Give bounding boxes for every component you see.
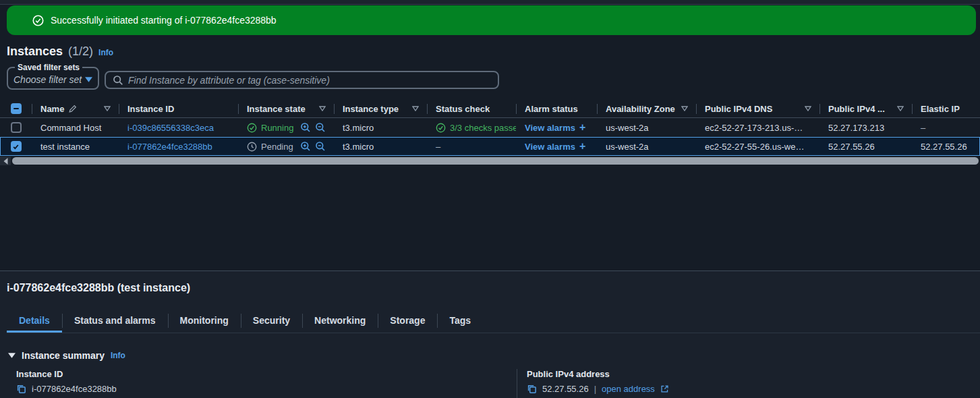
column-label-instance-type: Instance type	[343, 104, 399, 114]
instance-summary-heading: Instance summary	[22, 350, 105, 361]
sort-caret-icon[interactable]	[104, 106, 111, 111]
external-link-icon[interactable]	[660, 385, 669, 393]
top-nav-edge	[0, 0, 980, 5]
header-cell-instance-state[interactable]: Instance state	[238, 100, 334, 117]
instance-id-link[interactable]: i-077862e4fce3288bb	[127, 142, 212, 152]
sort-caret-icon[interactable]	[805, 106, 811, 111]
choose-filter-set-select[interactable]: Choose filter set	[13, 73, 92, 86]
instance-summary-toggle[interactable]: Instance summary Info	[8, 350, 973, 361]
instance-name: Command Host	[40, 123, 101, 133]
column-label-alarm-status: Alarm status	[525, 104, 578, 114]
instance-id-label: Instance ID	[16, 369, 517, 379]
search-icon	[113, 75, 123, 86]
horizontal-scrollbar[interactable]	[0, 157, 980, 165]
sort-caret-icon[interactable]	[681, 106, 688, 111]
tab-tags[interactable]: Tags	[437, 310, 483, 333]
instance-id-link[interactable]: i-039c86556338c3eca	[127, 123, 214, 133]
header-cell-name[interactable]: Name	[32, 100, 119, 117]
tab-details[interactable]: Details	[7, 310, 62, 333]
instance-search-box[interactable]	[105, 71, 499, 89]
sort-caret-icon[interactable]	[319, 106, 326, 111]
state-running-icon	[247, 123, 257, 133]
open-address-link[interactable]: open address	[602, 384, 655, 394]
zoom-out-icon[interactable]	[315, 122, 326, 133]
sort-caret-icon[interactable]	[897, 106, 904, 111]
scrollbar-thumb[interactable]	[12, 157, 979, 165]
tab-status-and-alarms[interactable]: Status and alarms	[62, 310, 168, 333]
indeterminate-mark	[13, 108, 19, 110]
table-row-command-host: Command Host i-039c86556338c3eca Running…	[0, 118, 980, 137]
state-pending-icon	[247, 142, 257, 152]
availability-zone: us-west-2a	[606, 123, 649, 133]
instance-state-text: Pending	[261, 142, 293, 152]
column-label-instance-state: Instance state	[247, 104, 306, 114]
filter-row: Saved filter sets Choose filter set	[7, 63, 973, 90]
header-cell-elastic-ip[interactable]: Elastic IP	[912, 100, 980, 117]
header-cell-public-ipv4[interactable]: Public IPv4 ...	[819, 100, 912, 117]
add-alarm-plus-icon[interactable]: +	[579, 121, 585, 134]
header-cell-instance-id[interactable]: Instance ID	[119, 100, 238, 117]
check-circle-icon	[32, 15, 44, 26]
sort-caret-icon[interactable]	[412, 106, 419, 111]
header-cell-availability-zone[interactable]: Availability Zone	[597, 100, 696, 117]
instance-name: test instance	[40, 142, 90, 152]
instance-type: t3.micro	[343, 123, 374, 133]
table-row-test-instance: test instance i-077862e4fce3288bb Pendin…	[0, 137, 980, 156]
collapse-triangle-icon	[8, 353, 16, 358]
flashbar: Successfully initiated starting of i-077…	[0, 5, 980, 35]
row-checkbox[interactable]	[11, 141, 22, 152]
tab-storage[interactable]: Storage	[378, 310, 437, 333]
value-separator: |	[594, 384, 596, 394]
header-cell-status-check[interactable]: Status check	[427, 100, 516, 117]
column-label-instance-id: Instance ID	[127, 104, 174, 114]
public-ipv4-label: Public IPv4 address	[527, 369, 980, 379]
tab-monitoring[interactable]: Monitoring	[168, 310, 241, 333]
tab-security[interactable]: Security	[241, 310, 302, 333]
column-label-availability-zone: Availability Zone	[606, 104, 675, 114]
add-alarm-plus-icon[interactable]: +	[579, 140, 585, 152]
public-ipv4-address: 52.27.173.213	[828, 123, 884, 133]
header-cell-public-ipv4-dns[interactable]: Public IPv4 DNS	[696, 100, 819, 117]
header-cell-instance-type[interactable]: Instance type	[334, 100, 427, 117]
header-cell-alarm-status[interactable]: Alarm status	[516, 100, 597, 117]
tab-networking[interactable]: Networking	[302, 310, 378, 333]
zoom-out-icon[interactable]	[315, 141, 326, 152]
view-alarms-link[interactable]: View alarms	[525, 123, 575, 133]
column-label-public-ipv4: Public IPv4 ...	[828, 104, 885, 114]
public-ipv4-dns: ec2-52-27-55-26.us-we…	[705, 142, 804, 152]
instance-type: t3.micro	[343, 142, 374, 152]
view-alarms-link[interactable]: View alarms	[525, 142, 575, 152]
table-header-row: Name Instance ID Instance state Instance…	[0, 100, 980, 118]
instance-state-text: Running	[261, 123, 293, 133]
choose-filter-set-value: Choose filter set	[13, 74, 82, 85]
public-ipv4-address: 52.27.55.26	[828, 142, 875, 152]
page-header: Instances (1/2) Info	[7, 45, 973, 59]
pencil-icon	[68, 104, 78, 113]
public-ipv4-value: 52.27.55.26	[542, 384, 589, 394]
zoom-in-icon[interactable]	[300, 122, 311, 133]
instances-info-link[interactable]: Info	[98, 48, 113, 57]
elastic-ip: 52.27.55.26	[921, 142, 967, 152]
copy-icon[interactable]	[16, 384, 26, 394]
search-input[interactable]	[128, 75, 491, 86]
instance-summary-info-link[interactable]: Info	[111, 351, 125, 360]
scroll-left-arrow-icon[interactable]	[0, 157, 11, 165]
instance-detail-panel: i-077862e4fce3288bb (test instance) Deta…	[0, 271, 980, 398]
status-check-text: –	[436, 142, 440, 152]
select-all-checkbox[interactable]	[11, 103, 22, 114]
status-check-text: 3/3 checks passed	[450, 123, 516, 133]
instance-count: (1/2)	[68, 45, 93, 59]
detail-tabs: Details Status and alarms Monitoring Sec…	[7, 310, 980, 333]
caret-down-icon	[85, 77, 92, 82]
saved-filter-sets-field: Saved filter sets Choose filter set	[7, 63, 99, 90]
availability-zone: us-west-2a	[606, 142, 649, 152]
row-checkbox[interactable]	[11, 122, 22, 133]
detail-panel-title: i-077862e4fce3288bb (test instance)	[7, 282, 973, 294]
field-instance-id: Instance ID i-077862e4fce3288bb	[0, 369, 517, 398]
copy-icon[interactable]	[527, 384, 537, 394]
summary-fields: Instance ID i-077862e4fce3288bb Public I…	[0, 369, 980, 398]
column-label-elastic-ip: Elastic IP	[921, 104, 960, 114]
zoom-in-icon[interactable]	[300, 141, 311, 152]
field-public-ipv4: Public IPv4 address 52.27.55.26 | open a…	[517, 369, 980, 398]
saved-filter-sets-label: Saved filter sets	[15, 63, 82, 72]
